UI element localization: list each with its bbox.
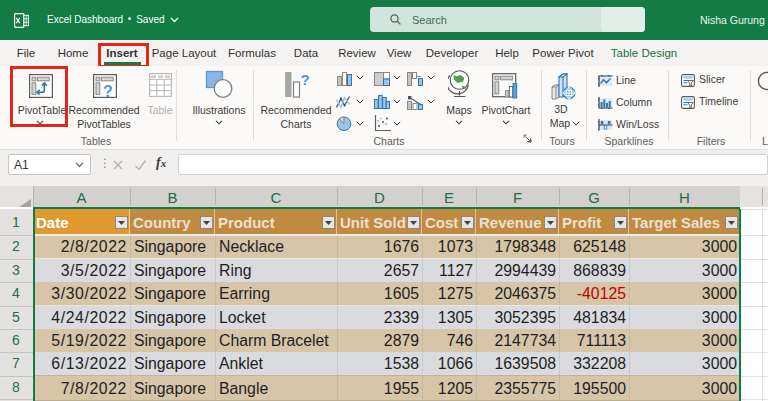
svg-text:?: ? — [103, 83, 113, 100]
svg-text:?: ? — [300, 71, 309, 88]
